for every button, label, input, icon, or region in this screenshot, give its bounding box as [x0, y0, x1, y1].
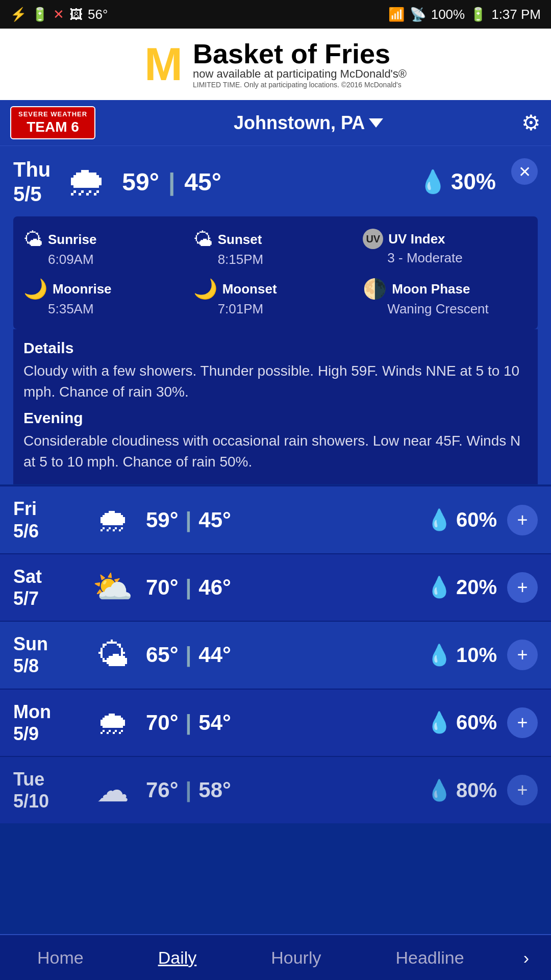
moonrise-icon: 🌙 [23, 278, 47, 300]
forecast-weather-icon: 🌧 [90, 704, 136, 742]
x-icon: ✕ [53, 7, 64, 22]
uv-icon: UV [363, 229, 383, 249]
forecast-rain: 💧 60% [427, 508, 497, 532]
moonset-icon: 🌙 [193, 278, 217, 300]
forecast-date: Sat 5/7 [13, 566, 80, 609]
forecast-divider: | [186, 508, 192, 532]
moonrise-label: Moonrise [53, 281, 112, 297]
severe-weather-label: SEVERE WEATHER [18, 110, 87, 118]
forecast-rain-percent: 60% [456, 711, 497, 734]
forecast-date: Sun 5/8 [13, 633, 80, 677]
forecast-raindrop-icon: 💧 [427, 778, 452, 802]
settings-icon[interactable]: ⚙ [521, 110, 541, 135]
sunrise-item: 🌤 Sunrise 6:09AM [23, 229, 188, 267]
details-heading: Details [23, 339, 528, 357]
nav-more-icon[interactable]: › [523, 948, 529, 968]
details-text: Cloudy with a few showers. Thunder possi… [23, 361, 528, 402]
image-icon: 🖼 [69, 7, 83, 22]
forecast-expand-button[interactable]: + [507, 707, 538, 738]
forecast-low: 44° [198, 643, 231, 667]
ad-title: Basket of Fries [193, 40, 407, 67]
forecast-temps: 59° | 45° [146, 508, 416, 532]
forecast-date: Mon 5/9 [13, 701, 80, 745]
forecast-expand-button[interactable]: + [507, 572, 538, 603]
today-panel: Thu 5/5 🌧 59° | 45° 💧 30% ✕ 🌤 Sunrise [0, 146, 551, 485]
location-name: Johnstown, PA [234, 112, 365, 134]
forecast-divider: | [186, 575, 192, 600]
ad-banner[interactable]: M Basket of Fries now available at parti… [0, 29, 551, 100]
uv-label: UV Index [388, 231, 445, 247]
forecast-raindrop-icon: 💧 [427, 710, 452, 734]
moon-phase-item: 🌗 Moon Phase Waning Crescent [363, 278, 528, 317]
nav-hourly[interactable]: Hourly [256, 943, 336, 973]
forecast-expand-button[interactable]: + [507, 640, 538, 670]
forecast-low: 45° [198, 508, 231, 532]
forecast-row[interactable]: Sun 5/8 🌤 65° | 44° 💧 10% + [0, 621, 551, 688]
forecast-expand-button[interactable]: + [507, 775, 538, 805]
battery-100-icon: 🔋 [32, 7, 48, 22]
forecast-high: 65° [146, 643, 179, 667]
ad-subtitle: now available at participating McDonald'… [193, 67, 407, 81]
battery-icon: 🔋 [470, 7, 486, 22]
today-low: 45° [184, 168, 221, 196]
sunrise-icon: 🌤 [23, 229, 43, 251]
forecast-expand-button[interactable]: + [507, 505, 538, 535]
forecast-date: Tue 5/10 [13, 768, 80, 812]
status-bar: ⚡ 🔋 ✕ 🖼 56° 📶 📡 100% 🔋 1:37 PM [0, 0, 551, 29]
forecast-high: 76° [146, 778, 179, 802]
app-header: SEVERE WEATHER TEAM 6 Johnstown, PA ⚙ [0, 100, 551, 146]
bottom-nav: Home Daily Hourly Headline › [0, 934, 551, 980]
forecast-divider: | [186, 643, 192, 667]
sunrise-time: 6:09AM [23, 252, 94, 267]
forecast-temps: 65° | 44° [146, 643, 416, 667]
forecast-rain: 💧 20% [427, 575, 497, 599]
sunset-label: Sunset [218, 232, 262, 248]
forecast-high: 70° [146, 710, 179, 735]
uv-item: UV UV Index 3 - Moderate [363, 229, 528, 267]
forecast-row[interactable]: Tue 5/10 ☁ 76° | 58° 💧 80% + [0, 756, 551, 823]
nav-home[interactable]: Home [22, 943, 99, 973]
signal-icon: 📡 [410, 7, 426, 22]
ad-fine-print: LIMITED TIME. Only at participating loca… [193, 81, 407, 89]
forecast-row[interactable]: Fri 5/6 🌧 59° | 45° 💧 60% + [0, 485, 551, 553]
moonrise-time: 5:35AM [23, 301, 94, 317]
forecast-weather-icon: ⛅ [90, 568, 136, 606]
forecast-weather-icon: 🌤 [90, 636, 136, 674]
nav-daily[interactable]: Daily [143, 943, 212, 973]
moonrise-item: 🌙 Moonrise 5:35AM [23, 278, 188, 317]
forecast-high: 70° [146, 575, 179, 600]
forecast-rain: 💧 80% [427, 778, 497, 802]
forecast-row[interactable]: Sat 5/7 ⛅ 70° | 46° 💧 20% + [0, 553, 551, 621]
forecast-rain-percent: 10% [456, 644, 497, 667]
forecast-raindrop-icon: 💧 [427, 508, 452, 532]
forecast-low: 58° [198, 778, 231, 802]
details-grid: 🌤 Sunrise 6:09AM 🌤 Sunset 8:15PM UV UV I… [13, 216, 538, 329]
forecast-date: Fri 5/6 [13, 498, 80, 542]
nav-headline[interactable]: Headline [380, 943, 479, 973]
forecast-raindrop-icon: 💧 [427, 643, 452, 667]
moonset-label: Moonset [222, 281, 277, 297]
sunset-time: 8:15PM [193, 252, 264, 267]
today-high: 59° [122, 168, 159, 196]
forecast-temps: 76° | 58° [146, 778, 416, 802]
today-date: Thu 5/5 [13, 157, 51, 206]
clock: 1:37 PM [491, 7, 541, 22]
forecast-rain: 💧 60% [427, 710, 497, 734]
location-dropdown-icon[interactable] [369, 118, 383, 128]
moonset-item: 🌙 Moonset 7:01PM [193, 278, 358, 317]
status-right: 📶 📡 100% 🔋 1:37 PM [388, 7, 541, 22]
location-display[interactable]: Johnstown, PA [234, 112, 383, 134]
forecast-temps: 70° | 54° [146, 710, 416, 735]
moon-phase-value: Waning Crescent [363, 301, 488, 317]
raindrop-icon: 💧 [419, 168, 447, 195]
evening-text: Considerable cloudiness with occasional … [23, 431, 528, 472]
today-rain-chance: 💧 30% [419, 168, 496, 195]
forecast-divider: | [186, 710, 192, 735]
forecast-raindrop-icon: 💧 [427, 575, 452, 599]
forecast-row[interactable]: Mon 5/9 🌧 70° | 54° 💧 60% + [0, 689, 551, 756]
moonset-time: 7:01PM [193, 301, 264, 317]
status-left: ⚡ 🔋 ✕ 🖼 56° [10, 7, 108, 22]
forecast-rain-percent: 20% [456, 576, 497, 599]
evening-heading: Evening [23, 409, 528, 427]
close-today-button[interactable]: ✕ [511, 158, 538, 185]
